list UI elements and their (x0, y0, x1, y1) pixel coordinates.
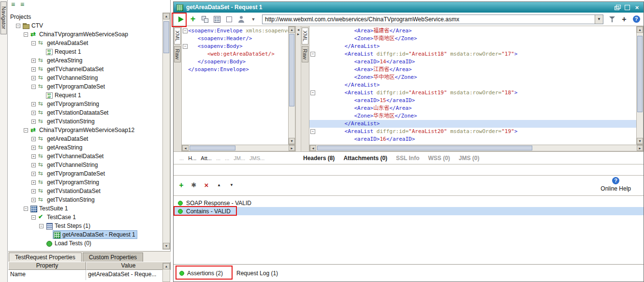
scrollbar-thumb[interactable] (163, 21, 169, 53)
request-inspector-tab-5[interactable]: JM... (234, 155, 245, 161)
collapse-handle-icon[interactable]: − (16, 24, 20, 28)
collapse-right-icon[interactable] (297, 32, 300, 36)
tree-item[interactable]: −TestCase 1 (8, 213, 162, 222)
scroll-left-icon[interactable] (310, 145, 316, 151)
expand-handle-icon[interactable]: + (31, 163, 36, 167)
expand-handle-icon[interactable]: + (31, 59, 36, 63)
request-window-titlebar[interactable]: getAreaDataSet - Request 1 (174, 2, 644, 13)
view-tab-raw[interactable]: Raw (174, 46, 181, 62)
tree-item[interactable]: +getTVchannelDataSet (8, 65, 162, 74)
tree-item[interactable]: −ChinaTVprogramWebServiceSoap (8, 30, 162, 39)
scrollbar-track[interactable] (163, 19, 170, 243)
tree-item[interactable]: +getTVprogramDateSet (8, 169, 162, 178)
collapse-handle-icon[interactable]: − (39, 224, 44, 228)
expand-handle-icon[interactable]: + (31, 146, 36, 150)
scrollbar-track[interactable] (189, 145, 289, 151)
tree-item[interactable]: Load Tests (0) (8, 239, 162, 248)
remove-assertion-icon[interactable] (203, 181, 210, 189)
expand-handle-icon[interactable]: + (31, 172, 36, 176)
help-icon[interactable] (631, 15, 641, 24)
collapse-handle-icon[interactable]: − (24, 128, 28, 133)
view-tab-xml[interactable]: XML (302, 28, 308, 45)
tree-item[interactable]: +getTVprogramString (8, 100, 162, 108)
response-horizontal-scrollbar[interactable] (309, 145, 644, 151)
fold-toggle-icon[interactable] (182, 27, 188, 35)
request-inspector-tab-6[interactable]: JMS... (249, 155, 264, 161)
scroll-right-icon[interactable] (289, 145, 295, 151)
detach-icon[interactable] (614, 4, 621, 11)
filter-icon[interactable] (607, 15, 617, 24)
tab-custom-properties[interactable]: Custom Properties (83, 252, 143, 262)
close-icon[interactable] (633, 4, 641, 11)
tree-item[interactable]: +getTVstationDataSet (8, 187, 162, 195)
response-inspector-tab-1[interactable]: Attachments (0) (343, 155, 387, 162)
tree-item[interactable]: +getTVchannelString (8, 161, 162, 169)
fold-toggle-icon[interactable] (182, 43, 188, 50)
scrollbar-thumb[interactable] (317, 146, 532, 150)
view-tab-raw[interactable]: Raw (302, 46, 308, 62)
tree-scrollbar[interactable] (162, 13, 170, 250)
property-value-cell[interactable]: getAreaDataSet - Reque... (86, 270, 171, 280)
tree-item[interactable]: Request 1 (8, 47, 162, 56)
run-button[interactable] (176, 15, 186, 24)
user-icon[interactable] (236, 15, 246, 24)
tree-item[interactable]: +getAreaString (8, 143, 162, 152)
endpoint-url[interactable]: http://www.webxml.com.cn/webservices/Chi… (263, 16, 595, 23)
collapse-handle-icon[interactable]: − (31, 215, 36, 220)
scroll-up-icon[interactable] (289, 27, 295, 33)
tree-item[interactable]: −CTV (8, 21, 162, 30)
request-inspector-tab-0[interactable]: ... (179, 155, 184, 161)
scroll-left-icon[interactable] (182, 145, 189, 151)
tree-item[interactable]: Request 1 (8, 91, 162, 100)
scrollbar-track[interactable] (316, 145, 637, 151)
request-inspector-tab-1[interactable]: H... (188, 155, 196, 161)
assertion-item[interactable]: SOAP Response - VALID (174, 199, 644, 207)
fold-toggle-icon[interactable] (309, 128, 316, 135)
expand-handle-icon[interactable]: + (31, 198, 36, 202)
request-horizontal-scrollbar[interactable] (182, 145, 295, 151)
tree-item[interactable]: +getTVprogramString (8, 178, 162, 187)
tree-item[interactable]: −getTVprogramDateSet (8, 82, 162, 91)
response-inspector-tab-2[interactable]: SSL Info (396, 155, 419, 162)
scroll-down-icon[interactable] (637, 138, 643, 144)
tab-request-log-1-[interactable]: Request Log (1) (236, 270, 278, 277)
recreate-request-icon[interactable] (212, 15, 222, 24)
collapse-handle-icon[interactable]: − (31, 41, 36, 45)
editor-splitter[interactable] (295, 26, 301, 151)
request-xml-editor[interactable]: <soapenv:Envelope xmlns:soapenv="htt <so… (182, 26, 288, 145)
tree-item[interactable]: +getTVchannelString (8, 74, 162, 82)
expand-handle-icon[interactable]: + (31, 67, 36, 72)
maximize-icon[interactable] (624, 4, 631, 11)
clone-request-icon[interactable] (200, 15, 210, 24)
request-inspector-tab-2[interactable]: Att... (201, 155, 212, 161)
tree-item[interactable]: +getTVstationString (8, 195, 162, 204)
tree-item[interactable]: −getAreaDataSet (8, 39, 162, 47)
add-endpoint-icon[interactable] (619, 15, 629, 24)
expand-handle-icon[interactable]: + (31, 137, 36, 141)
view-tab-xml[interactable]: XML (174, 28, 181, 45)
configure-assertion-icon[interactable] (190, 181, 198, 189)
scroll-down-icon[interactable] (289, 138, 295, 144)
menu-icon[interactable] (9, 1, 17, 9)
add-button[interactable] (188, 15, 198, 24)
properties-scrollbar[interactable] (162, 263, 170, 282)
tree-item[interactable]: +getAreaDataSet (8, 134, 162, 143)
tree-item[interactable]: +getTVstationString (8, 117, 162, 126)
scroll-up-icon[interactable] (163, 263, 170, 269)
scroll-down-icon[interactable] (249, 15, 258, 24)
tree-item[interactable]: +getAreaString (8, 56, 162, 65)
assertion-item[interactable]: Contains - VALID (174, 207, 644, 215)
expand-handle-icon[interactable]: + (31, 180, 36, 185)
collapse-handle-icon[interactable]: − (31, 85, 36, 89)
collapse-handle-icon[interactable]: − (24, 207, 28, 211)
scrollbar-track[interactable] (163, 269, 170, 282)
navigator-tab[interactable]: Navigator (0, 1, 7, 34)
fold-toggle-icon[interactable] (309, 89, 316, 97)
scrollbar-thumb[interactable] (190, 146, 235, 150)
tree-item[interactable]: getAreaDataSet - Request 1 (8, 230, 162, 239)
move-up-icon[interactable] (215, 181, 223, 189)
scrollbar-track[interactable] (289, 33, 295, 138)
property-row[interactable]: NamegetAreaDataSet - Reque... (8, 270, 171, 280)
expand-handle-icon[interactable]: + (31, 119, 36, 124)
endpoint-dropdown-icon[interactable] (595, 15, 603, 24)
